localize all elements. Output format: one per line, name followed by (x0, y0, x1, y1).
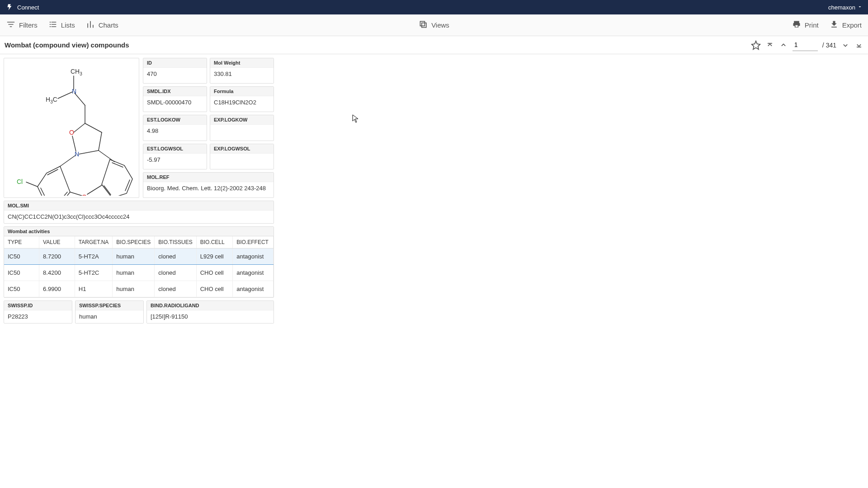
filter-icon (6, 20, 15, 30)
activities-box: Wombat activities TYPE VALUE TARGET.NA B… (4, 226, 274, 298)
svg-text:O: O (69, 129, 74, 136)
user-menu[interactable]: chemaxon (828, 4, 863, 11)
first-page-button[interactable] (765, 41, 774, 50)
svg-text:H3C: H3C (46, 96, 57, 104)
activities-title: Wombat activities (4, 227, 274, 236)
svg-line-6 (85, 123, 102, 132)
page-total: / 341 (822, 42, 836, 49)
app-name: Connect (17, 4, 39, 11)
lists-button[interactable]: Lists (48, 20, 75, 30)
field-explogwsol[interactable]: EXP.LOGWSOL (210, 144, 274, 169)
field-explogkow[interactable]: EXP.LOGKOW (210, 115, 274, 141)
fields-grid: ID 470 Mol Weight 330.81 SMDL.IDX SMDL-0… (143, 58, 274, 198)
download-icon (830, 20, 839, 30)
next-page-button[interactable] (841, 41, 850, 50)
list-icon (48, 20, 57, 30)
activities-header-row: TYPE VALUE TARGET.NA BIO.SPECIES BIO.TIS… (4, 236, 274, 249)
svg-line-16 (87, 185, 102, 194)
titlebar: Wombat (compound view) compounds / 341 (0, 36, 868, 54)
views-button[interactable]: Views (419, 20, 449, 30)
svg-line-17 (26, 182, 38, 187)
svg-rect-0 (420, 21, 425, 26)
svg-line-8 (79, 150, 99, 154)
field-bindradioligand[interactable]: BIND.RADIOLIGAND [125I]R-91150 (146, 300, 274, 324)
svg-text:CH3: CH3 (71, 68, 82, 76)
chevron-down-icon (857, 4, 863, 11)
user-name: chemaxon (828, 4, 855, 11)
svg-line-7 (99, 132, 102, 150)
field-molweight[interactable]: Mol Weight 330.81 (210, 58, 274, 84)
prev-page-button[interactable] (779, 41, 788, 50)
toolbar: Filters Lists Charts Views Pri (0, 14, 868, 36)
export-button[interactable]: Export (830, 20, 862, 30)
field-molsmi[interactable]: MOL.SMI CN(C)CC1CC2N(O1)c3cc(Cl)ccc3Oc4c… (4, 201, 274, 224)
svg-line-4 (75, 93, 85, 105)
activities-table: TYPE VALUE TARGET.NA BIO.SPECIES BIO.TIS… (4, 236, 274, 297)
svg-text:O: O (82, 193, 87, 196)
filters-button[interactable]: Filters (6, 20, 38, 30)
print-button[interactable]: Print (792, 20, 819, 30)
favorite-button[interactable] (751, 40, 761, 50)
svg-text:N: N (72, 88, 76, 95)
table-row[interactable]: IC506.9900H1humanclonedCHO cellantagonis… (4, 281, 274, 297)
field-estlogkow[interactable]: EST.LOGKOW 4.98 (143, 115, 207, 141)
structure-box[interactable]: CH3 H3C N O N O Cl (4, 58, 139, 198)
field-swisspspecies[interactable]: SWISSP.SPECIES human (75, 300, 144, 324)
charts-button[interactable]: Charts (86, 20, 118, 30)
page-title: Wombat (compound view) compounds (5, 41, 129, 49)
main-content: CH3 H3C N O N O Cl ID 470 Mol Weight 330… (0, 54, 868, 327)
svg-line-10 (74, 123, 85, 132)
table-row[interactable]: IC508.72005-HT2AhumanclonedL929 cellanta… (4, 249, 274, 265)
svg-line-9 (72, 136, 76, 151)
field-swisspid[interactable]: SWISSP.ID P28223 (4, 300, 72, 324)
field-smdlidx[interactable]: SMDL.IDX SMDL-00000470 (143, 86, 207, 112)
svg-line-15 (70, 192, 82, 196)
views-icon (419, 20, 428, 30)
molecule-drawing: CH3 H3C N O N O Cl (6, 60, 137, 196)
svg-line-11 (60, 155, 76, 166)
svg-line-3 (58, 92, 73, 99)
field-estlogwsol[interactable]: EST.LOGWSOL -5.97 (143, 144, 207, 169)
table-row[interactable]: IC508.42005-HT2ChumanclonedCHO cellantag… (4, 265, 274, 281)
svg-text:N: N (75, 150, 79, 158)
svg-rect-1 (422, 23, 426, 28)
field-molref[interactable]: MOL.REF Bioorg. Med. Chem. Lett. 12(2)-2… (143, 172, 274, 198)
print-icon (792, 20, 801, 30)
field-id[interactable]: ID 470 (143, 58, 207, 84)
last-page-button[interactable] (854, 41, 863, 50)
svg-text:Cl: Cl (17, 178, 23, 185)
page-input[interactable] (793, 39, 818, 51)
topbar: Connect chemaxon (0, 0, 868, 14)
field-formula[interactable]: Formula C18H19ClN2O2 (210, 86, 274, 112)
app-logo-icon (5, 3, 14, 11)
chart-icon (86, 20, 95, 30)
